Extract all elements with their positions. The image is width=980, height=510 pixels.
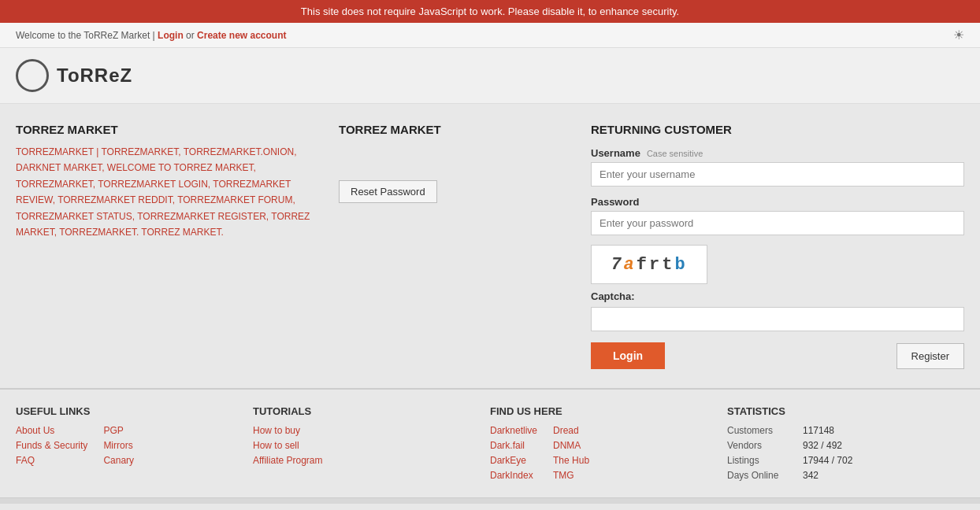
top-nav: Welcome to the ToRReZ Market | Login or … [0,23,980,48]
settings-icon[interactable]: ☀ [953,28,964,42]
find-us-heading: FIND US HERE [490,405,727,417]
footer-pgp[interactable]: PGP [103,425,134,436]
useful-links-heading: USEFUL LINKS [16,405,253,417]
welcome-text: Welcome to the ToRReZ Market | [16,30,155,41]
footer-funds-security[interactable]: Funds & Security [16,440,87,451]
header: ToRReZ [0,48,980,104]
footer-tutorials: TUTORIALS How to buy How to sell Affilia… [253,405,490,485]
password-label-row: Password [591,196,964,208]
footer-find-us: FIND US HERE Darknetlive Dark.fail DarkE… [490,405,727,485]
left-body: TORREZMARKET | TORREZMARKET, TORREZMARKE… [16,144,323,240]
left-column: TORREZ MARKET TORREZMARKET | TORREZMARKE… [16,123,323,369]
footer-affiliate[interactable]: Affiliate Program [253,455,490,466]
stat-customers-value: 117148 [803,425,834,436]
footer-tmg[interactable]: TMG [553,470,589,481]
mid-column: TORREZ MARKET Reset Password [339,123,575,369]
right-column: RETURNING CUSTOMER Username Case sensiti… [591,123,964,369]
useful-links-col1: About Us Funds & Security FAQ [16,425,87,470]
username-group: Username Case sensitive [591,147,964,187]
stat-days-online-value: 342 [803,470,819,481]
logo-text: ToRReZ [57,65,132,87]
captcha-label: Captcha: [591,290,964,302]
stat-listings-value: 17944 / 702 [803,455,852,466]
alert-text: This site does not require JavaScript to… [301,6,679,17]
password-group: Password [591,196,964,235]
returning-customer-heading: RETURNING CUSTOMER [591,123,964,136]
captcha-group: Captcha: [591,290,964,331]
footer: USEFUL LINKS About Us Funds & Security F… [0,389,980,497]
tutorials-heading: TUTORIALS [253,405,490,417]
stat-days-online: Days Online 342 [727,470,964,481]
top-nav-left: Welcome to the ToRReZ Market | Login or … [16,30,286,41]
reset-password-button[interactable]: Reset Password [339,180,437,203]
footer-faq[interactable]: FAQ [16,455,87,466]
footer-darkeye[interactable]: DarkEye [490,455,537,466]
find-us-content: Darknetlive Dark.fail DarkEye DarkIndex … [490,425,727,485]
left-heading: TORREZ MARKET [16,123,323,136]
username-label-row: Username Case sensitive [591,147,964,159]
footer-dnma[interactable]: DNMA [553,440,589,451]
captcha-input[interactable] [591,307,964,331]
footer-darkindex[interactable]: DarkIndex [490,470,537,481]
password-label: Password [591,196,639,208]
find-us-col1: Darknetlive Dark.fail DarkEye DarkIndex [490,425,537,485]
stat-listings-label: Listings [727,455,798,466]
mid-heading: TORREZ MARKET [339,123,575,136]
footer-canary[interactable]: Canary [103,455,134,466]
button-row: Login Register [591,342,964,369]
stat-vendors: Vendors 932 / 492 [727,440,964,451]
or-text: or [186,30,195,41]
stat-days-online-label: Days Online [727,470,798,481]
alert-bar: This site does not require JavaScript to… [0,0,980,23]
stat-listings: Listings 17944 / 702 [727,455,964,466]
username-input[interactable] [591,162,964,187]
footer-useful-links: USEFUL LINKS About Us Funds & Security F… [16,405,253,485]
stat-vendors-value: 932 / 492 [803,440,842,451]
bottom-bar [0,497,980,504]
footer-darkfail[interactable]: Dark.fail [490,440,537,451]
footer-about-us[interactable]: About Us [16,425,87,436]
footer-darknetlive[interactable]: Darknetlive [490,425,537,436]
login-button[interactable]: Login [591,342,665,369]
main-content: TORREZ MARKET TORREZMARKET | TORREZMARKE… [0,104,980,388]
logo-icon [16,59,49,92]
footer-how-to-buy[interactable]: How to buy [253,425,490,436]
footer-the-hub[interactable]: The Hub [553,455,589,466]
footer-statistics: STATISTICS Customers 117148 Vendors 932 … [727,405,964,485]
footer-how-to-sell[interactable]: How to sell [253,440,490,451]
footer-dread[interactable]: Dread [553,425,589,436]
find-us-col2: Dread DNMA The Hub TMG [553,425,589,485]
useful-links-col2: PGP Mirrors Canary [103,425,134,470]
login-link[interactable]: Login [158,30,184,41]
useful-links-content: About Us Funds & Security FAQ PGP Mirror… [16,425,253,470]
stat-vendors-label: Vendors [727,440,798,451]
footer-mirrors[interactable]: Mirrors [103,440,134,451]
password-input[interactable] [591,211,964,235]
register-button[interactable]: Register [896,343,964,369]
stat-customers: Customers 117148 [727,425,964,436]
create-account-link[interactable]: Create new account [197,30,286,41]
username-label: Username [591,147,640,159]
stat-customers-label: Customers [727,425,798,436]
captcha-image: 7afr tb [591,245,707,284]
statistics-heading: STATISTICS [727,405,964,417]
username-note: Case sensitive [647,149,703,158]
